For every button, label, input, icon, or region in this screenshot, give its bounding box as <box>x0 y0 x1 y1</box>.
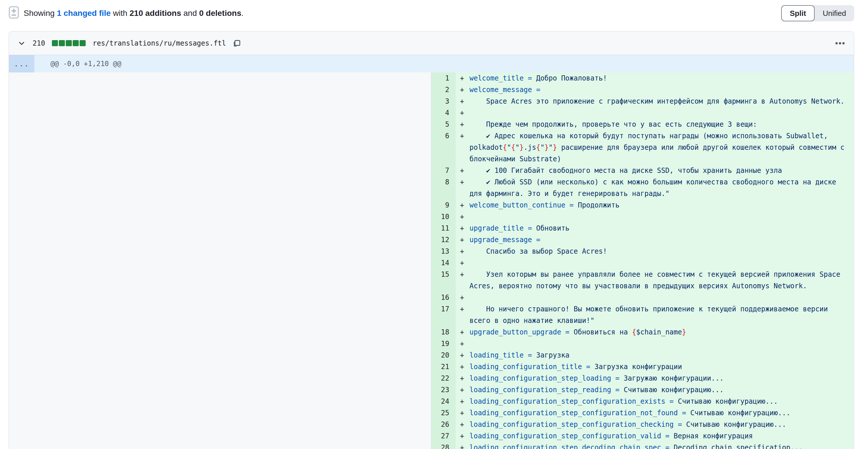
ftl-key-token: welcome_title = <box>469 74 536 82</box>
line-number[interactable]: 8 <box>431 176 456 200</box>
diff-row: 5+ Прежде чем продолжить, проверьте что … <box>431 119 854 130</box>
unified-view-button[interactable]: Unified <box>815 5 854 21</box>
addition-sign: + <box>460 372 464 384</box>
line-number[interactable]: 26 <box>431 419 456 430</box>
split-diff-body: 1+welcome_title = Добро Пожаловать!2+wel… <box>9 72 854 449</box>
ftl-value-token: Загружаю конфигурации... <box>624 374 724 382</box>
line-number[interactable]: 13 <box>431 245 456 257</box>
ftl-value-token: Верная конфигурация <box>674 432 753 440</box>
line-number[interactable]: 24 <box>431 396 456 407</box>
line-number[interactable]: 17 <box>431 303 456 326</box>
ftl-value-token: $chain_name <box>636 328 682 336</box>
ftl-brace-token: } <box>553 143 557 151</box>
ftl-value-token: Space Acres это приложение с графическим… <box>469 97 844 105</box>
line-number[interactable]: 20 <box>431 350 456 361</box>
line-number[interactable]: 9 <box>431 200 456 211</box>
code-line: +loading_configuration_step_reading = Сч… <box>456 384 854 396</box>
code-line: + <box>456 292 854 303</box>
addition-sign: + <box>460 234 464 245</box>
file-options-kebab-button[interactable] <box>834 38 846 49</box>
line-number[interactable]: 3 <box>431 95 456 107</box>
ftl-value-token: Обновить <box>536 224 569 232</box>
code-line: +loading_configuration_title = Загрузка … <box>456 361 854 372</box>
diffstat-addition-block <box>80 40 86 46</box>
ftl-key-token: loading_configuration_step_configuration… <box>469 409 690 417</box>
code-line: + ✔ Адрес кошелька на который будут пост… <box>456 130 854 165</box>
hunk-header-text: @@ -0,0 +1,210 @@ <box>34 55 854 72</box>
diff-row: 14+ <box>431 257 854 269</box>
ftl-key-token: upgrade_button_upgrade = <box>469 328 574 336</box>
line-number[interactable]: 11 <box>431 222 456 234</box>
line-number[interactable]: 16 <box>431 292 456 303</box>
diff-row: 8+ ✔ Любой SSD (или несколько) с как мож… <box>431 176 854 200</box>
line-number[interactable]: 27 <box>431 430 456 442</box>
line-number[interactable]: 12 <box>431 234 456 245</box>
addition-sign: + <box>460 165 464 176</box>
copy-path-button[interactable] <box>232 38 242 49</box>
ftl-value-token: ✔ 100 Гигабайт свободного места на диске… <box>469 167 782 175</box>
code-line: +loading_configuration_step_decoding_cha… <box>456 442 854 449</box>
addition-sign: + <box>460 361 464 372</box>
code-line: +welcome_button_continue = Продолжить <box>456 200 854 211</box>
line-number[interactable]: 7 <box>431 165 456 176</box>
line-number[interactable]: 18 <box>431 326 456 338</box>
line-number[interactable]: 4 <box>431 107 456 119</box>
split-view-button[interactable]: Split <box>781 5 815 21</box>
diff-row: 15+ Узел которым вы ранее управляли боле… <box>431 269 854 292</box>
addition-sign: + <box>460 396 464 407</box>
line-number[interactable]: 14 <box>431 257 456 269</box>
ftl-brace-token: { <box>503 143 507 151</box>
ftl-value-token: Но ничего страшного! Вы можете обновить … <box>469 305 832 325</box>
diff-row: 1+welcome_title = Добро Пожаловать! <box>431 72 854 84</box>
line-number[interactable]: 5 <box>431 119 456 130</box>
addition-sign: + <box>460 292 464 303</box>
diff-row: 27+loading_configuration_step_configurat… <box>431 430 854 442</box>
ftl-value-token: " <box>515 143 519 151</box>
file-diff-icon <box>9 6 19 21</box>
code-line: +welcome_message = <box>456 84 854 95</box>
ftl-brace-token: { <box>536 143 540 151</box>
addition-sign: + <box>460 176 464 188</box>
code-line: +upgrade_title = Обновить <box>456 222 854 234</box>
ftl-key-token: upgrade_title = <box>469 224 536 232</box>
line-number[interactable]: 21 <box>431 361 456 372</box>
ftl-value-token: " <box>507 143 511 151</box>
addition-sign: + <box>460 430 464 442</box>
code-line: +loading_title = Загрузка <box>456 350 854 361</box>
line-number[interactable]: 22 <box>431 372 456 384</box>
line-number[interactable]: 25 <box>431 407 456 419</box>
ftl-key-token: loading_configuration_step_configuration… <box>469 397 678 406</box>
code-line: + Прежде чем продолжить, проверьте что у… <box>456 119 854 130</box>
line-number[interactable]: 2 <box>431 84 456 95</box>
diff-view-toggle: Split Unified <box>781 5 854 21</box>
code-line: + ✔ 100 Гигабайт свободного места на дис… <box>456 165 854 176</box>
code-line: +loading_configuration_step_configuratio… <box>456 430 854 442</box>
code-line: + Space Acres это приложение с графическ… <box>456 95 854 107</box>
line-number[interactable]: 15 <box>431 269 456 292</box>
code-line: +upgrade_button_upgrade = Обновиться на … <box>456 326 854 338</box>
collapse-file-button[interactable] <box>17 38 27 49</box>
ftl-key-token: upgrade_message = <box>469 236 540 244</box>
ftl-brace-token: { <box>511 143 515 151</box>
addition-sign: + <box>460 95 464 107</box>
ftl-value-token: Считываю конфигурацию... <box>678 397 778 406</box>
line-number[interactable]: 1 <box>431 72 456 84</box>
code-line: + <box>456 338 854 350</box>
diff-row: 25+loading_configuration_step_configurat… <box>431 407 854 419</box>
expand-hunk-button[interactable]: ... <box>9 55 34 72</box>
ftl-key-token: loading_configuration_step_reading = <box>469 386 624 394</box>
diff-row: 3+ Space Acres это приложение с графичес… <box>431 95 854 107</box>
ftl-value-token: Загрузка конфигурации <box>594 363 682 371</box>
code-line: +loading_configuration_step_configuratio… <box>456 396 854 407</box>
line-number[interactable]: 6 <box>431 130 456 165</box>
diff-row: 23+loading_configuration_step_reading = … <box>431 384 854 396</box>
addition-sign: + <box>460 338 464 350</box>
code-line: + <box>456 107 854 119</box>
line-number[interactable]: 28 <box>431 442 456 449</box>
diff-row: 20+loading_title = Загрузка <box>431 350 854 361</box>
diff-row: 16+ <box>431 292 854 303</box>
line-number[interactable]: 10 <box>431 211 456 222</box>
line-number[interactable]: 23 <box>431 384 456 396</box>
line-number[interactable]: 19 <box>431 338 456 350</box>
changed-file-link[interactable]: 1 changed file <box>57 9 111 18</box>
